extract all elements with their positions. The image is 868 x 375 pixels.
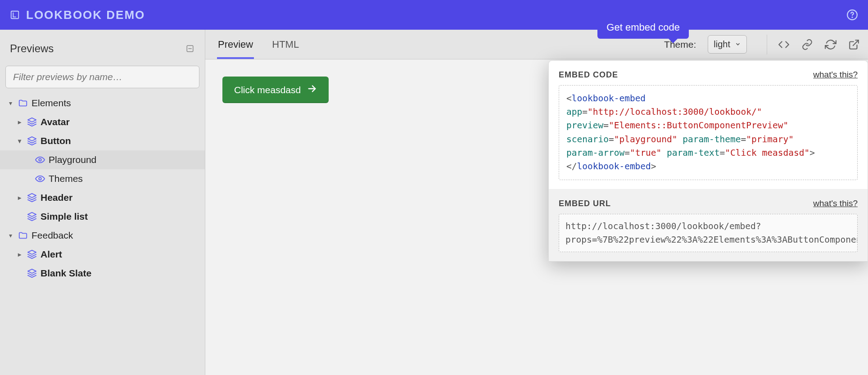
layers-icon xyxy=(27,193,37,203)
svg-marker-10 xyxy=(28,212,36,217)
tab-preview[interactable]: Preview xyxy=(218,30,253,59)
svg-point-2 xyxy=(852,17,852,18)
eye-icon xyxy=(35,155,45,165)
tree-label: Avatar xyxy=(41,117,70,127)
tree-label: Button xyxy=(41,136,71,146)
embed-url-title: EMBED URL xyxy=(559,199,611,208)
layers-icon xyxy=(27,117,37,127)
svg-rect-0 xyxy=(11,11,19,19)
embed-code-tooltip: Get embed code xyxy=(597,16,689,39)
layers-icon xyxy=(27,249,37,259)
chevron-right-icon: ▸ xyxy=(15,118,23,126)
folder-icon xyxy=(18,98,28,108)
tree-folder-feedback[interactable]: ▾ Feedback xyxy=(0,226,205,245)
brand-title: LOOKBOOK DEMO xyxy=(26,8,145,22)
tree-label: Alert xyxy=(41,249,62,260)
tree-component-blankslate[interactable]: ▸ Blank Slate xyxy=(0,264,205,283)
svg-point-7 xyxy=(39,158,41,161)
whats-this-link[interactable]: what's this? xyxy=(813,199,858,208)
tree-label: Blank Slate xyxy=(41,268,91,279)
svg-line-13 xyxy=(853,40,859,45)
tree-label: Header xyxy=(41,192,72,203)
chevron-down-icon: ▾ xyxy=(6,99,14,107)
tree-component-alert[interactable]: ▸ Alert xyxy=(0,245,205,264)
embed-code-button[interactable]: Get embed code xyxy=(778,39,790,50)
arrow-right-icon xyxy=(307,84,317,96)
collapse-sidebar-icon[interactable] xyxy=(185,44,195,54)
svg-marker-5 xyxy=(28,118,36,122)
tree-label: Simple list xyxy=(41,211,88,222)
sidebar: Previews ▾ Elements ▸ Avatar xyxy=(0,30,205,375)
chevron-down-icon xyxy=(735,39,741,50)
tree-component-header[interactable]: ▸ Header xyxy=(0,188,205,207)
embed-popover: EMBED CODE what's this? <lookbook-embed … xyxy=(548,60,868,262)
tree-folder-elements[interactable]: ▾ Elements xyxy=(0,94,205,113)
copy-link-button[interactable] xyxy=(801,39,813,50)
folder-icon xyxy=(18,230,28,240)
theme-select[interactable]: light xyxy=(708,35,747,54)
svg-point-8 xyxy=(39,177,41,180)
svg-marker-9 xyxy=(28,194,36,198)
filter-previews-input[interactable] xyxy=(5,66,199,88)
content-panel: Preview HTML Theme: light Get embed code xyxy=(205,30,868,375)
preview-tree: ▾ Elements ▸ Avatar ▾ Button xyxy=(0,93,205,284)
chevron-right-icon: ▸ xyxy=(15,194,23,201)
embed-code-title: EMBED CODE xyxy=(559,70,618,80)
chevron-down-icon: ▾ xyxy=(15,137,23,145)
svg-marker-12 xyxy=(28,269,36,273)
tree-scenario-playground[interactable]: Playground xyxy=(0,150,205,169)
tree-component-button[interactable]: ▾ Button xyxy=(0,131,205,150)
open-external-button[interactable] xyxy=(848,39,860,50)
chevron-right-icon: ▸ xyxy=(15,251,23,258)
tree-label: Themes xyxy=(49,173,83,184)
tab-html[interactable]: HTML xyxy=(272,30,299,59)
svg-marker-6 xyxy=(28,137,36,141)
preview-toolbar: Preview HTML Theme: light Get embed code xyxy=(205,30,868,59)
svg-marker-11 xyxy=(28,250,36,254)
tree-label: Elements xyxy=(32,98,71,108)
eye-icon xyxy=(35,174,45,184)
embed-code-box[interactable]: <lookbook-embed app="http://localhost:30… xyxy=(559,85,858,180)
tree-scenario-themes[interactable]: Themes xyxy=(0,169,205,188)
chevron-down-icon: ▾ xyxy=(6,232,14,239)
help-icon[interactable] xyxy=(846,9,858,21)
layers-icon xyxy=(27,136,37,146)
preview-demo-button[interactable]: Click measdasd xyxy=(222,77,329,103)
demo-button-label: Click measdasd xyxy=(234,85,301,95)
preview-area: Click measdasd EMBED CODE what's this? <… xyxy=(205,59,868,375)
layers-icon xyxy=(27,268,37,278)
layers-icon xyxy=(27,212,37,221)
whats-this-link[interactable]: what's this? xyxy=(813,70,858,80)
sidebar-title: Previews xyxy=(10,42,54,55)
tree-component-avatar[interactable]: ▸ Avatar xyxy=(0,113,205,131)
theme-value: light xyxy=(714,39,730,50)
brand[interactable]: LOOKBOOK DEMO xyxy=(10,8,145,22)
tree-label: Feedback xyxy=(32,230,73,241)
tree-label: Playground xyxy=(49,154,96,165)
embed-url-box[interactable]: http://localhost:3000/lookbook/embed?pro… xyxy=(559,214,858,252)
refresh-button[interactable] xyxy=(825,39,836,50)
tree-component-simplelist[interactable]: ▸ Simple list xyxy=(0,207,205,226)
logo-icon xyxy=(10,10,20,20)
